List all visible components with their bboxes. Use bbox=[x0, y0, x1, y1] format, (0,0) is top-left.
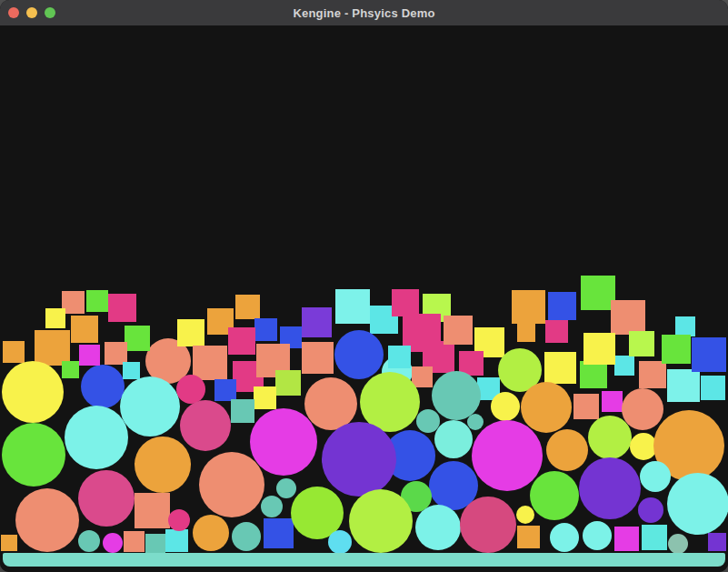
shape-square bbox=[580, 361, 607, 388]
shape-square bbox=[86, 290, 108, 312]
shape-square bbox=[275, 370, 301, 396]
shape-square bbox=[135, 493, 170, 528]
shape-circle bbox=[250, 408, 317, 476]
shape-circle bbox=[180, 400, 231, 451]
shape-circle bbox=[622, 388, 663, 430]
shape-square bbox=[235, 295, 260, 319]
shape-circle bbox=[516, 506, 534, 524]
floor bbox=[3, 553, 725, 567]
shape-circle bbox=[2, 361, 64, 423]
shape-square bbox=[611, 300, 645, 335]
shape-circle bbox=[667, 473, 728, 535]
shape-circle bbox=[261, 496, 283, 517]
shape-square bbox=[545, 320, 568, 343]
shape-square bbox=[145, 534, 165, 554]
shape-circle bbox=[334, 330, 384, 379]
shape-square bbox=[62, 361, 79, 378]
shape-square bbox=[517, 526, 540, 548]
shape-circle bbox=[432, 371, 481, 420]
shape-square bbox=[517, 324, 535, 342]
shape-square bbox=[177, 319, 204, 346]
maximize-button[interactable] bbox=[45, 7, 55, 18]
close-button[interactable] bbox=[8, 7, 19, 18]
shape-square bbox=[512, 290, 545, 324]
shape-square bbox=[444, 316, 473, 345]
minimize-button[interactable] bbox=[26, 7, 37, 18]
shape-circle bbox=[2, 423, 65, 487]
shape-circle bbox=[530, 471, 579, 520]
shape-square bbox=[412, 366, 433, 387]
app-window: Kengine - Phsyics Demo bbox=[0, 0, 728, 572]
shape-circle bbox=[168, 509, 190, 531]
shape-circle bbox=[81, 365, 125, 408]
shape-circle bbox=[78, 470, 135, 527]
shape-square bbox=[125, 326, 150, 351]
shape-circle bbox=[579, 457, 641, 519]
shape-square bbox=[264, 518, 294, 548]
shape-square bbox=[124, 531, 145, 552]
shape-square bbox=[165, 529, 188, 552]
shape-circle bbox=[550, 523, 579, 552]
shape-square bbox=[123, 362, 140, 379]
shape-square bbox=[71, 316, 98, 343]
shape-square bbox=[3, 341, 25, 363]
shape-circle bbox=[103, 533, 123, 553]
shape-square bbox=[614, 356, 634, 376]
shape-square bbox=[392, 289, 419, 316]
shape-square bbox=[193, 346, 227, 380]
shape-circle bbox=[328, 530, 352, 554]
shape-square bbox=[228, 327, 255, 355]
shape-circle bbox=[460, 497, 516, 553]
shape-circle bbox=[135, 437, 191, 493]
shape-square bbox=[639, 361, 666, 388]
shape-square bbox=[388, 346, 411, 368]
title-bar[interactable]: Kengine - Phsyics Demo bbox=[0, 0, 728, 26]
shape-square bbox=[614, 527, 639, 551]
shape-circle bbox=[120, 376, 180, 437]
shape-circle bbox=[65, 406, 128, 469]
shape-circle bbox=[546, 429, 588, 471]
shape-circle bbox=[472, 420, 543, 491]
shape-circle bbox=[491, 392, 520, 421]
shape-square bbox=[602, 391, 623, 412]
shape-square bbox=[302, 307, 332, 337]
shape-square bbox=[254, 386, 276, 409]
shape-square bbox=[583, 333, 615, 365]
shape-square bbox=[45, 308, 65, 328]
shape-square bbox=[108, 294, 136, 322]
shape-square bbox=[79, 345, 100, 366]
shape-circle bbox=[276, 478, 296, 498]
shape-square bbox=[667, 369, 700, 402]
shape-square bbox=[335, 289, 370, 324]
shape-circle bbox=[176, 375, 205, 404]
shape-square bbox=[573, 394, 599, 419]
shape-circle bbox=[467, 414, 484, 430]
shape-square bbox=[692, 337, 726, 372]
shape-square bbox=[548, 292, 576, 320]
shape-circle bbox=[588, 416, 632, 459]
shape-square bbox=[1, 535, 17, 551]
shape-square bbox=[701, 376, 725, 400]
shape-circle bbox=[521, 382, 572, 433]
shape-circle bbox=[349, 489, 413, 553]
shape-circle bbox=[638, 497, 663, 523]
shape-square bbox=[662, 335, 691, 364]
shape-square bbox=[642, 525, 667, 550]
shape-square bbox=[675, 316, 695, 336]
shape-square bbox=[254, 318, 277, 341]
physics-canvas[interactable] bbox=[0, 25, 728, 572]
shape-circle bbox=[640, 461, 671, 492]
shape-square bbox=[302, 342, 334, 374]
shape-square bbox=[231, 399, 254, 423]
shape-square bbox=[544, 352, 576, 384]
window-title: Kengine - Phsyics Demo bbox=[293, 6, 434, 20]
shape-circle bbox=[322, 422, 396, 497]
shape-circle bbox=[434, 420, 473, 458]
shape-square bbox=[708, 533, 726, 551]
shape-circle bbox=[199, 452, 264, 517]
shape-square bbox=[214, 379, 236, 401]
shape-circle bbox=[232, 522, 261, 551]
shape-circle bbox=[15, 488, 79, 552]
shape-circle bbox=[668, 534, 688, 554]
shape-circle bbox=[193, 515, 229, 551]
